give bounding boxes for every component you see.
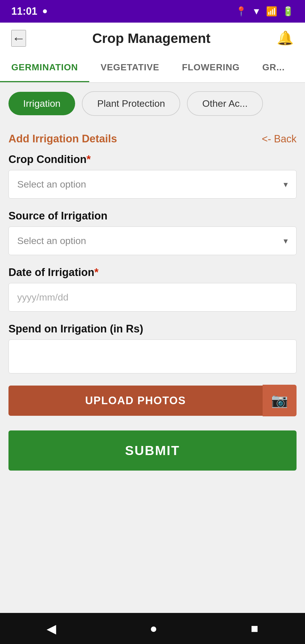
spend-irrigation-input[interactable] bbox=[8, 340, 297, 373]
sub-tab-other-activities[interactable]: Other Ac... bbox=[187, 91, 263, 116]
tab-navigation: GERMINATION VEGETATIVE FLOWERING GR... bbox=[0, 54, 305, 83]
source-irrigation-select[interactable]: Select an option ▾ bbox=[8, 227, 297, 255]
sub-tab-irrigation[interactable]: Irrigation bbox=[8, 92, 75, 115]
camera-icon: 📷 bbox=[271, 393, 288, 408]
source-irrigation-label: Source of Irrigation bbox=[8, 210, 297, 222]
status-icons: 📍 ▼ 📶 🔋 bbox=[236, 6, 294, 17]
top-bar: ← Crop Management 🔔 bbox=[0, 23, 305, 54]
page-title: Crop Management bbox=[92, 31, 211, 46]
notification-bell-icon[interactable]: 🔔 bbox=[277, 30, 294, 46]
source-irrigation-field: Source of Irrigation Select an option ▾ bbox=[8, 210, 297, 255]
location-icon: 📍 bbox=[236, 6, 247, 17]
crop-condition-field: Crop Condition* Select an option ▾ bbox=[8, 153, 297, 199]
section-header: Add Irrigation Details <- Back bbox=[8, 133, 297, 145]
back-button[interactable]: ← bbox=[11, 30, 26, 47]
upload-section: UPLOAD PHOTOS 📷 bbox=[8, 385, 297, 416]
spend-irrigation-label: Spend on Irrigation (in Rs) bbox=[8, 323, 297, 335]
crop-condition-select[interactable]: Select an option ▾ bbox=[8, 170, 297, 199]
status-dot bbox=[43, 9, 47, 13]
form-area: Add Irrigation Details <- Back Crop Cond… bbox=[0, 124, 305, 576]
wifi-icon: ▼ bbox=[252, 6, 261, 17]
date-irrigation-label: Date of Irrigation* bbox=[8, 266, 297, 279]
tab-grain[interactable]: GR... bbox=[251, 54, 296, 82]
upload-photos-button[interactable]: UPLOAD PHOTOS bbox=[8, 386, 263, 416]
sub-tab-plant-protection[interactable]: Plant Protection bbox=[82, 91, 180, 116]
upload-btn-container: UPLOAD PHOTOS 📷 bbox=[8, 385, 297, 416]
back-link[interactable]: <- Back bbox=[262, 133, 297, 145]
camera-button[interactable]: 📷 bbox=[263, 385, 297, 416]
nav-recents-button[interactable]: ■ bbox=[242, 619, 267, 638]
required-star: * bbox=[86, 153, 91, 165]
bottom-navigation: ◀ ● ■ bbox=[0, 613, 305, 644]
spend-irrigation-field: Spend on Irrigation (in Rs) bbox=[8, 323, 297, 373]
section-title: Add Irrigation Details bbox=[8, 133, 117, 145]
battery-icon: 🔋 bbox=[282, 6, 294, 17]
date-irrigation-input[interactable]: yyyy/mm/dd bbox=[8, 283, 297, 312]
chevron-down-icon: ▾ bbox=[284, 179, 288, 189]
status-time: 11:01 bbox=[11, 5, 37, 17]
crop-condition-label: Crop Condition* bbox=[8, 153, 297, 166]
nav-back-button[interactable]: ◀ bbox=[38, 619, 65, 639]
sub-tabs: Irrigation Plant Protection Other Ac... bbox=[0, 83, 305, 124]
required-star-2: * bbox=[94, 266, 99, 278]
tab-flowering[interactable]: FLOWERING bbox=[171, 54, 251, 82]
status-bar: 11:01 📍 ▼ 📶 🔋 bbox=[0, 0, 305, 23]
submit-button[interactable]: SUBMIT bbox=[8, 430, 297, 471]
date-irrigation-field: Date of Irrigation* yyyy/mm/dd bbox=[8, 266, 297, 312]
tab-germination[interactable]: GERMINATION bbox=[0, 54, 89, 82]
chevron-down-icon-2: ▾ bbox=[284, 236, 288, 246]
nav-home-button[interactable]: ● bbox=[141, 619, 166, 638]
signal-icon: 📶 bbox=[266, 6, 277, 17]
tab-vegetative[interactable]: VEGETATIVE bbox=[89, 54, 171, 82]
